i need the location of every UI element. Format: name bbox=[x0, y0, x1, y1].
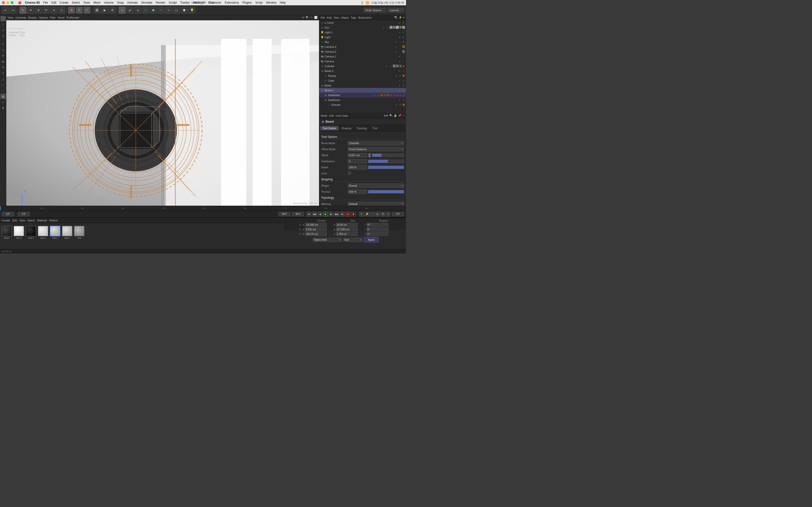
object-tree[interactable]: ∿ L Curve ✓ ✓ ⬡ Cyc ✓ ✓ bbox=[319, 20, 406, 113]
sub1-t7[interactable]: △ bbox=[399, 94, 402, 96]
z-pos-input[interactable] bbox=[305, 232, 327, 236]
material-edit-btn[interactable]: 🖌 bbox=[126, 7, 134, 13]
move-tool-btn[interactable]: ✛ bbox=[27, 7, 34, 13]
y-axis-btn[interactable]: Y bbox=[76, 7, 83, 13]
end-frame-input[interactable] bbox=[278, 212, 291, 216]
tab-tool-option[interactable]: Tool Option bbox=[320, 126, 339, 130]
menu-script[interactable]: Script bbox=[255, 1, 263, 4]
info-btn[interactable]: ℹ bbox=[386, 212, 391, 217]
om-tags[interactable]: Tags bbox=[351, 16, 356, 19]
maximize-button[interactable] bbox=[11, 1, 13, 4]
offset-input[interactable] bbox=[348, 153, 367, 157]
y-pos-arrow[interactable]: ▶ bbox=[303, 228, 305, 231]
y-size-input[interactable] bbox=[336, 227, 358, 231]
render-view-btn[interactable]: 🖼 bbox=[94, 7, 100, 13]
y-size-arrow[interactable]: ▶ bbox=[334, 228, 336, 231]
boole-render[interactable]: ✕ bbox=[402, 84, 405, 87]
shape-select-wrapper[interactable]: Round Linear bbox=[348, 183, 404, 188]
sub1-t4[interactable]: △ bbox=[390, 94, 393, 96]
cyc-tag-3[interactable]: ○ bbox=[396, 26, 399, 29]
cyc-visible[interactable]: ✓ bbox=[382, 26, 385, 29]
bevel-mode-select[interactable]: Chamfer Solid bbox=[348, 141, 404, 145]
cam2-render[interactable]: - bbox=[398, 50, 402, 53]
frame-rate-input[interactable] bbox=[392, 212, 404, 216]
layouts-dropdown[interactable]: Layouts bbox=[388, 8, 404, 12]
sub1-t3[interactable]: ⬡ bbox=[387, 94, 389, 96]
start-frame-input[interactable] bbox=[18, 212, 30, 216]
bevel-mode-select-wrapper[interactable]: Chamfer Solid bbox=[348, 141, 404, 145]
menu-help[interactable]: Help bbox=[280, 1, 286, 4]
key-mode-btn[interactable]: 🔑 bbox=[364, 212, 369, 217]
tree-item-subdiv2[interactable]: ⊞ Subdivisio ✓ ✕ bbox=[319, 98, 406, 102]
ik-btn[interactable]: ⋯ bbox=[370, 212, 374, 217]
material-mat[interactable]: Mat bbox=[74, 226, 85, 239]
tension-slider[interactable] bbox=[368, 190, 404, 193]
menu-tracker[interactable]: Tracker bbox=[180, 1, 190, 4]
menu-edit[interactable]: Edit bbox=[51, 1, 56, 4]
points-mode-btn[interactable]: · bbox=[0, 16, 6, 21]
mitering-select[interactable]: Default bbox=[348, 202, 404, 206]
sub1-t8[interactable]: △ bbox=[402, 94, 405, 96]
l-curve-render[interactable]: ✓ bbox=[402, 21, 405, 24]
play-btn[interactable]: ▶ bbox=[323, 212, 328, 217]
record-btn[interactable]: ● bbox=[345, 212, 350, 217]
boole-visible[interactable]: ✓ bbox=[398, 84, 401, 87]
y-pos-input[interactable] bbox=[305, 227, 327, 231]
tree-item-light1[interactable]: 💡 Light.1 ✓ ✓ bbox=[319, 30, 406, 35]
menu-mesh[interactable]: Mesh bbox=[93, 1, 100, 4]
sub1-t2[interactable]: ◻ bbox=[383, 94, 386, 96]
go-to-start-btn[interactable]: ⏮ bbox=[306, 212, 311, 217]
material-mat4[interactable]: Mat.4 bbox=[26, 226, 36, 239]
menu-render[interactable]: Render bbox=[156, 1, 165, 4]
mograph-btn[interactable]: ⬢ bbox=[150, 7, 157, 13]
primitive-btn[interactable]: ⬟ bbox=[181, 7, 188, 13]
b-rot-input[interactable] bbox=[367, 232, 388, 236]
cam1-render[interactable]: - bbox=[402, 55, 405, 58]
tab-tool[interactable]: Tool bbox=[370, 126, 379, 130]
offset-mode-select[interactable]: Fixed Distance Proportional bbox=[348, 147, 404, 151]
select-tool-btn[interactable]: ↖ bbox=[19, 7, 27, 13]
menu-snap[interactable]: Snap bbox=[117, 1, 124, 4]
spline-btn[interactable]: ∿ bbox=[165, 7, 172, 13]
move-viewport-icon[interactable]: ⊕ bbox=[302, 16, 304, 19]
rotate-tool-l[interactable]: ↻ bbox=[0, 65, 6, 70]
menu-sculpt[interactable]: Sculpt bbox=[169, 1, 176, 4]
z-size-input[interactable] bbox=[336, 232, 358, 236]
panel-menu[interactable]: Panel bbox=[58, 16, 64, 19]
boole1-render[interactable]: ✓ bbox=[402, 69, 405, 73]
cyc-tag-1[interactable]: ◻ bbox=[390, 26, 393, 29]
object-tool-btn[interactable]: ⬡ bbox=[58, 7, 65, 13]
maximize-viewport-icon[interactable]: ⬜ bbox=[314, 16, 317, 19]
sweep-render[interactable]: ✓ bbox=[398, 74, 402, 77]
apple-menu[interactable]: 🍎 bbox=[18, 1, 21, 4]
obj-mode-btn[interactable]: ◻ bbox=[0, 33, 6, 39]
filter-icon[interactable]: ⚡ bbox=[399, 16, 402, 19]
menu-extensions[interactable]: Extensions bbox=[225, 1, 239, 4]
light-render[interactable]: ✓ bbox=[402, 36, 405, 39]
cyl-tag-3[interactable]: ◻ bbox=[399, 64, 402, 67]
menu-simulate[interactable]: Simulate bbox=[141, 1, 152, 4]
cursor-tool[interactable]: ↖ bbox=[0, 42, 6, 47]
boole2-render[interactable]: ✓ bbox=[402, 89, 405, 92]
weld-tool[interactable]: ⊕ bbox=[0, 105, 6, 111]
bridge-tool[interactable]: ≡ bbox=[0, 100, 6, 105]
menu-plugins[interactable]: Plugins bbox=[242, 1, 252, 4]
loop-btn[interactable]: ↻ bbox=[359, 212, 364, 217]
knife-tool[interactable]: ∕ bbox=[0, 82, 6, 88]
z-axis-btn[interactable]: Z bbox=[84, 7, 90, 13]
boole1-visible[interactable]: ✓ bbox=[398, 69, 401, 73]
sub2-visible[interactable]: ✓ bbox=[398, 98, 401, 102]
depth-slider[interactable] bbox=[368, 166, 404, 169]
attr-back-icon[interactable]: ◀ bbox=[384, 114, 386, 117]
material-mat6[interactable]: Mat.6 bbox=[1, 226, 12, 239]
ext-visible[interactable]: ✓ bbox=[394, 103, 398, 107]
om-edit[interactable]: Edit bbox=[327, 16, 332, 19]
go-to-end-btn[interactable]: ⏭ bbox=[340, 212, 345, 217]
cam2-visible[interactable]: ✓ bbox=[394, 50, 398, 53]
menu-select[interactable]: Select bbox=[72, 1, 80, 4]
render-active-btn[interactable]: ▶ bbox=[101, 7, 108, 13]
light-visible[interactable]: ✓ bbox=[398, 36, 401, 39]
x-axis-btn[interactable]: X bbox=[68, 7, 75, 13]
perspective-btn[interactable]: ◻ bbox=[119, 7, 126, 13]
z-size-arrow[interactable]: ▶ bbox=[334, 233, 336, 235]
